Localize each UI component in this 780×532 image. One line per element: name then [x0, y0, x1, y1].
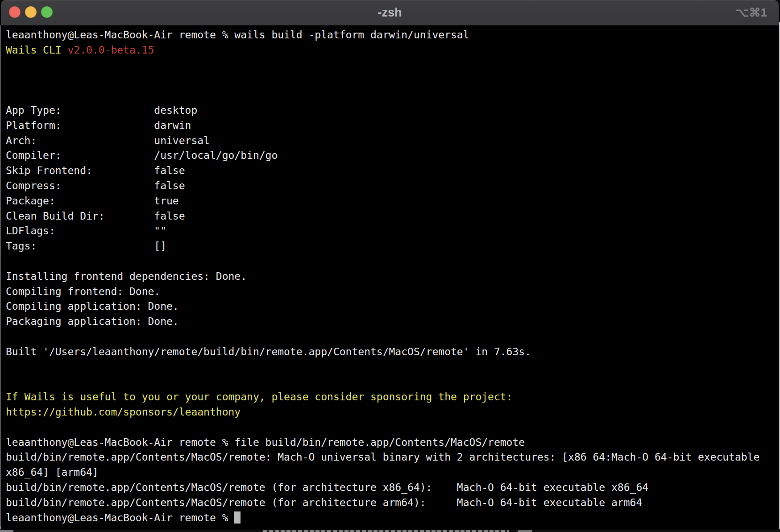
sponsor-link: https://github.com/sponsors/leaanthony — [6, 405, 779, 420]
file-output-x86-line: build/bin/remote.app/Contents/MacOS/remo… — [6, 480, 779, 495]
shell-prompt-line: leaanthony@Leas-MacBook-Air remote % — [6, 511, 779, 526]
setting-skip-frontend: Skip Frontend: false — [6, 163, 779, 179]
blank-line — [6, 88, 779, 103]
setting-compiler: Compiler: /usr/local/go/bin/go — [6, 148, 779, 163]
background-sliver-fragment — [0, 530, 13, 532]
setting-arch: Arch: universal — [6, 133, 779, 149]
command-text: leaanthony@Leas-MacBook-Air remote % fil… — [6, 436, 525, 448]
shell-command-line: leaanthony@Leas-MacBook-Air remote % wai… — [6, 28, 779, 43]
setting-compress: Compress: false — [6, 179, 779, 194]
blank-line — [6, 329, 779, 345]
shell-command-line: leaanthony@Leas-MacBook-Air remote % fil… — [6, 435, 779, 450]
terminal-window: -zsh ⌥⌘1 leaanthony@Leas-MacBook-Air rem… — [1, 0, 779, 529]
terminal-screen[interactable]: leaanthony@Leas-MacBook-Air remote % wai… — [1, 25, 779, 529]
window-title: -zsh — [1, 0, 779, 25]
blank-line — [6, 374, 779, 390]
blank-line — [6, 360, 779, 375]
setting-package: Package: true — [6, 194, 779, 209]
background-sliver-text-fragment — [263, 530, 509, 532]
wails-cli-version: v2.0.0-beta.15 — [67, 44, 154, 56]
setting-clean-build-dir: Clean Build Dir: false — [6, 209, 779, 224]
setting-tags: Tags: [] — [6, 239, 779, 254]
wails-version-line: Wails CLI v2.0.0-beta.15 — [6, 43, 779, 58]
build-step-package-app: Packaging application: Done. — [6, 314, 779, 329]
blank-line — [6, 58, 779, 73]
blank-line — [6, 420, 779, 435]
background-sliver-fragment — [518, 530, 532, 532]
blank-line — [6, 73, 779, 88]
sponsor-message: If Wails is useful to you or your compan… — [6, 390, 779, 405]
terminal-cursor — [234, 511, 241, 524]
wails-cli-label: Wails CLI — [6, 44, 67, 56]
build-step-compile-app: Compiling application: Done. — [6, 299, 779, 314]
prompt-text: leaanthony@Leas-MacBook-Air remote % — [6, 512, 234, 524]
build-step-install-deps: Installing frontend dependencies: Done. — [6, 269, 779, 284]
window-title-bar[interactable]: -zsh ⌥⌘1 — [1, 0, 779, 25]
file-output-line: build/bin/remote.app/Contents/MacOS/remo… — [6, 450, 779, 465]
setting-platform: Platform: darwin — [6, 118, 779, 133]
background-window-sliver-bottom — [0, 529, 780, 532]
file-output-arm-line: build/bin/remote.app/Contents/MacOS/remo… — [6, 495, 779, 511]
build-step-compile-frontend: Compiling frontend: Done. — [6, 284, 779, 299]
built-message: Built '/Users/leaanthony/remote/build/bi… — [6, 345, 779, 360]
setting-app-type: App Type: desktop — [6, 103, 779, 118]
setting-ldflags: LDFlags: "" — [6, 224, 779, 239]
blank-line — [6, 254, 779, 269]
keyboard-shortcut-badge: ⌥⌘1 — [736, 0, 767, 25]
file-output-wrap-line: x86_64] [arm64] — [6, 465, 779, 480]
command-text: leaanthony@Leas-MacBook-Air remote % wai… — [6, 29, 469, 41]
